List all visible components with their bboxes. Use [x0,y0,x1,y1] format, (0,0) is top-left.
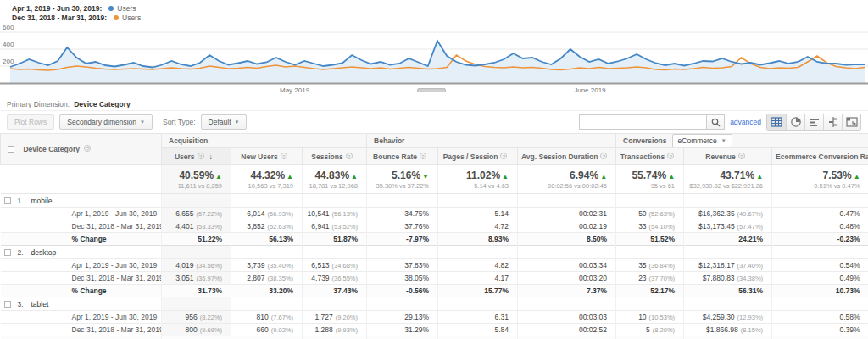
pivot-view-button[interactable] [842,114,860,130]
help-icon[interactable]: ? [500,153,507,159]
select-all-checkbox[interactable] [8,146,14,153]
row-label: Apr 1, 2019 - Jun 30, 2019 [1,208,162,220]
metric-value: 4.72 [494,222,509,231]
metric-value: 10.73% [836,286,860,295]
summary-percent: 40.59%▲ [165,170,222,181]
column-header-revenue[interactable]: Revenue? [684,148,772,165]
metric-value: 0.39% [839,325,860,334]
advanced-search-link[interactable]: advanced [730,118,761,126]
help-icon[interactable]: ? [281,153,287,159]
column-header-avg-session-duration[interactable]: Avg. Session Duration? [518,148,616,165]
device-name: desktop [31,248,57,257]
percentage-view-button[interactable] [786,114,804,130]
metric-value-cell: 6,655(57.22%) [162,208,231,220]
column-header-ecommerce-conversion-rate[interactable]: Ecommerce Conversion Rate? [772,148,868,165]
metric-value: 4.82 [494,261,509,270]
metric-value-cell: 956(8.22%) [162,311,231,324]
metric-value-cell: 0.58% [772,311,868,324]
column-header-sessions[interactable]: Sessions? [303,148,367,165]
metric-value-cell: 4,401(53.33%) [162,220,231,233]
device-category-table: Device Category ? Acquisition Behavior C… [0,133,868,339]
row-label: % Change [1,233,162,246]
share-of-total: (9.02%) [271,326,293,334]
plot-rows-button[interactable]: Plot Rows [7,114,54,130]
arrow-up-icon: ▲ [351,173,358,181]
secondary-dimension-button[interactable]: Secondary dimension ▼ [59,114,153,130]
help-icon[interactable]: ? [667,153,674,159]
metric-value-cell: 33.20% [231,285,303,297]
column-label: Sessions [311,153,342,161]
metric-value-cell: -6.91% [367,336,438,339]
empty-cell [772,297,868,311]
metric-value: 56.31% [738,286,763,295]
sort-type-value: Default [209,118,231,126]
column-header-new-users[interactable]: New Users? [231,148,303,165]
column-header-pages-session[interactable]: Pages / Session? [438,148,518,165]
metric-value: 3,739 [247,261,264,270]
metric-value-cell: 660(9.02%) [231,324,303,336]
metric-value-cell: 3,051(36.97%) [162,272,231,285]
empty-cell [303,246,367,259]
primary-dimension-value[interactable]: Device Category [74,100,131,108]
metric-value-cell: 6,014(56.93%) [231,208,303,220]
empty-cell [772,194,868,208]
help-icon[interactable]: ? [346,153,353,159]
data-table-view-icon [771,116,782,128]
performance-view-button[interactable] [804,114,823,130]
metric-value: 2,807 [247,274,264,282]
share-of-total: (52.63%) [268,223,293,231]
column-label: Avg. Session Duration [521,153,598,161]
users-over-time-chart: 200400600 [0,22,868,86]
conversions-goal-dropdown[interactable]: eCommerce ▼ [672,134,732,147]
band-behavior: Behavior [367,134,616,148]
empty-cell [367,194,438,208]
metric-value-cell: $7,880.83(34.38%) [684,272,772,285]
date-range-row: Apr 1, 2019 - Jun 30, 2019956(8.22%)810(… [1,311,868,324]
column-header-bounce-rate[interactable]: Bounce Rate? [367,148,438,165]
metric-value: 52.17% [650,286,675,295]
metric-value-cell: 51.87% [303,233,367,246]
arrow-up-icon: ▲ [502,173,509,181]
share-of-total: (9.69%) [200,326,222,334]
help-icon[interactable]: ? [84,145,91,152]
help-icon[interactable]: ? [600,153,607,159]
empty-cell [438,297,518,311]
column-label: Revenue [705,153,735,161]
metric-value-cell: 4.72 [438,220,518,233]
band-conversions: Conversions eCommerce ▼ [616,134,868,148]
metric-value: 3,852 [247,222,264,231]
chart-scrollbar[interactable] [417,88,446,92]
row-checkbox[interactable] [4,301,11,308]
metric-value-cell: 6.31 [438,311,518,324]
empty-cell [162,194,231,208]
column-header-device-category[interactable]: Device Category ? [1,134,162,165]
share-of-total: (12.93%) [737,314,763,321]
data-table-view-button[interactable] [767,114,786,130]
help-icon[interactable]: ? [420,153,426,159]
row-checkbox[interactable] [4,197,11,204]
legend-date-range: Dec 31, 2018 - Mar 31, 2019: [12,14,107,22]
metric-value: 31.73% [198,286,222,295]
share-of-total: (9.20%) [336,314,358,321]
share-of-total: (8.15%) [741,326,763,334]
search-button[interactable] [706,114,725,130]
row-checkbox[interactable] [4,249,11,256]
metric-value: $1,866.98 [706,325,738,334]
comparison-view-button[interactable] [823,114,842,130]
column-header-transactions[interactable]: Transactions? [616,148,684,165]
empty-cell [772,246,868,259]
help-icon[interactable]: ? [198,153,204,159]
summary-percent: 11.02%▲ [442,170,509,181]
row-label: Apr 1, 2019 - Jun 30, 2019 [1,311,162,324]
metric-value-cell: 4.82 [438,259,518,272]
metric-value-cell: 3,739(35.40%) [231,259,303,272]
search-input[interactable] [579,114,706,130]
sort-type-dropdown[interactable]: Default ▼ [201,114,248,130]
help-icon[interactable]: ? [738,153,745,159]
row-label: % Change [1,285,162,297]
metric-value: 00:03:03 [579,313,607,321]
metric-value: 5.14 [494,209,509,218]
column-header-users[interactable]: Users?↓ [162,148,231,165]
legend-dot-blue-icon [108,6,114,11]
metric-value: $12,318.17 [698,261,735,270]
